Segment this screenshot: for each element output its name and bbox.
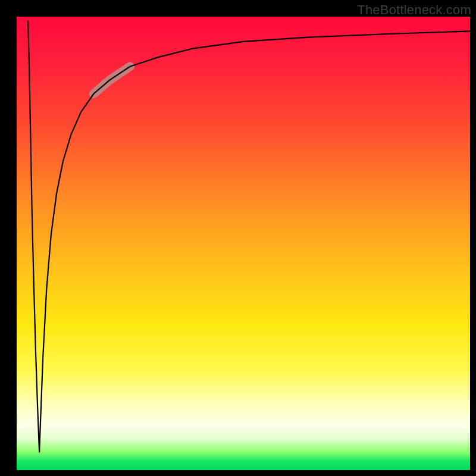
chart-container: TheBottleneck.com [0, 0, 476, 476]
curve-layer [17, 17, 470, 470]
curve-descent [28, 21, 39, 452]
watermark-text: TheBottleneck.com [357, 2, 471, 18]
curve-main [39, 31, 470, 452]
